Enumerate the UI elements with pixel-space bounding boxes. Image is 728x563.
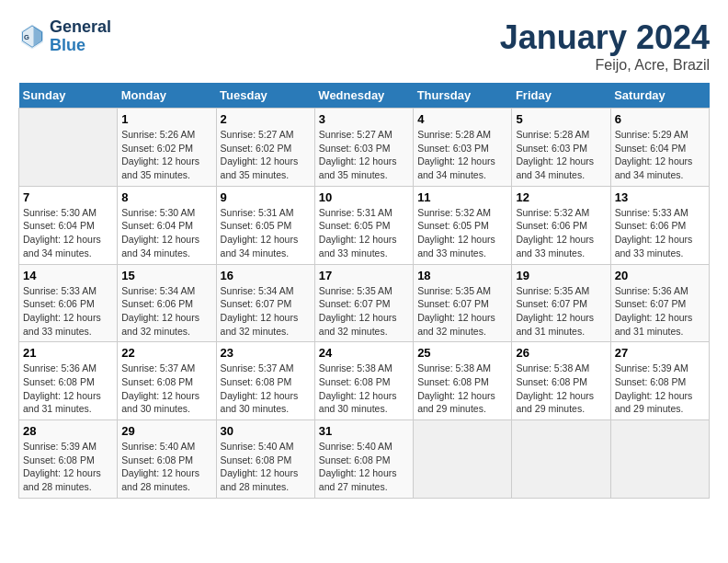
day-info: Sunrise: 5:37 AMSunset: 6:08 PMDaylight:…	[221, 362, 311, 416]
sunset-text: Sunset: 6:07 PM	[516, 298, 587, 309]
day-number: 6	[615, 112, 705, 126]
day-cell	[610, 420, 709, 499]
day-info: Sunrise: 5:33 AMSunset: 6:06 PMDaylight:…	[23, 284, 113, 339]
day-cell: 2Sunrise: 5:27 AMSunset: 6:02 PMDaylight…	[216, 109, 314, 187]
daylight-minutes-text: and 30 minutes.	[319, 403, 388, 414]
day-number: 14	[23, 269, 113, 282]
sunrise-text: Sunrise: 5:26 AM	[121, 129, 195, 140]
sunrise-text: Sunrise: 5:27 AM	[221, 129, 294, 140]
sunrise-text: Sunrise: 5:40 AM	[319, 441, 392, 452]
day-cell: 5Sunrise: 5:28 AMSunset: 6:03 PMDaylight…	[512, 109, 610, 187]
sunset-text: Sunset: 6:06 PM	[121, 298, 193, 309]
daylight-text: Daylight: 12 hours	[615, 155, 693, 167]
day-number: 12	[516, 190, 606, 204]
day-info: Sunrise: 5:38 AMSunset: 6:08 PMDaylight:…	[516, 362, 606, 416]
day-info: Sunrise: 5:38 AMSunset: 6:08 PMDaylight:…	[319, 362, 409, 416]
sunset-text: Sunset: 6:07 PM	[221, 298, 292, 309]
day-cell: 10Sunrise: 5:31 AMSunset: 6:05 PMDayligh…	[314, 186, 413, 264]
daylight-text: Daylight: 12 hours	[615, 390, 693, 401]
day-number: 5	[516, 112, 606, 126]
day-cell: 29Sunrise: 5:40 AMSunset: 6:08 PMDayligh…	[118, 420, 216, 499]
day-number: 7	[23, 190, 113, 204]
sunrise-text: Sunrise: 5:31 AM	[221, 207, 294, 218]
day-cell: 7Sunrise: 5:30 AMSunset: 6:04 PMDaylight…	[19, 186, 118, 264]
daylight-text: Daylight: 12 hours	[417, 312, 495, 323]
daylight-minutes-text: and 32 minutes.	[121, 326, 190, 337]
sunrise-text: Sunrise: 5:28 AM	[417, 129, 491, 140]
day-number: 17	[319, 269, 409, 282]
day-number: 3	[319, 112, 409, 126]
daylight-minutes-text: and 32 minutes.	[417, 326, 486, 337]
daylight-minutes-text: and 29 minutes.	[417, 403, 486, 414]
day-cell: 13Sunrise: 5:33 AMSunset: 6:06 PMDayligh…	[610, 186, 709, 264]
sunrise-text: Sunrise: 5:40 AM	[221, 441, 294, 452]
sunset-text: Sunset: 6:08 PM	[121, 376, 193, 387]
day-number: 11	[417, 190, 507, 204]
day-cell: 16Sunrise: 5:34 AMSunset: 6:07 PMDayligh…	[216, 264, 314, 342]
sunset-text: Sunset: 6:07 PM	[319, 298, 391, 309]
daylight-text: Daylight: 12 hours	[417, 234, 495, 245]
sunrise-text: Sunrise: 5:38 AM	[417, 362, 491, 373]
sunset-text: Sunset: 6:08 PM	[121, 454, 193, 465]
day-info: Sunrise: 5:34 AMSunset: 6:06 PMDaylight:…	[121, 284, 211, 339]
day-cell: 15Sunrise: 5:34 AMSunset: 6:06 PMDayligh…	[118, 264, 216, 342]
day-cell: 12Sunrise: 5:32 AMSunset: 6:06 PMDayligh…	[512, 186, 610, 264]
daylight-minutes-text: and 31 minutes.	[23, 403, 92, 414]
title-block: January 2024 Feijo, Acre, Brazil	[500, 18, 710, 74]
daylight-text: Daylight: 12 hours	[121, 312, 199, 323]
day-info: Sunrise: 5:28 AMSunset: 6:03 PMDaylight:…	[516, 128, 606, 182]
calendar-header-row: SundayMondayTuesdayWednesdayThursdayFrid…	[19, 83, 710, 109]
day-info: Sunrise: 5:30 AMSunset: 6:04 PMDaylight:…	[121, 206, 211, 260]
daylight-minutes-text: and 34 minutes.	[121, 247, 190, 259]
sunset-text: Sunset: 6:05 PM	[221, 220, 292, 231]
day-info: Sunrise: 5:31 AMSunset: 6:05 PMDaylight:…	[221, 206, 311, 260]
daylight-minutes-text: and 29 minutes.	[516, 403, 585, 414]
daylight-minutes-text: and 35 minutes.	[221, 169, 290, 180]
daylight-minutes-text: and 32 minutes.	[221, 326, 290, 337]
sunset-text: Sunset: 6:04 PM	[23, 220, 95, 231]
column-header-sunday: Sunday	[19, 83, 118, 109]
sunset-text: Sunset: 6:08 PM	[417, 376, 489, 387]
sunset-text: Sunset: 6:08 PM	[319, 376, 391, 387]
day-cell	[19, 109, 118, 187]
sunrise-text: Sunrise: 5:34 AM	[121, 285, 195, 296]
daylight-text: Daylight: 12 hours	[417, 390, 495, 401]
day-cell: 22Sunrise: 5:37 AMSunset: 6:08 PMDayligh…	[118, 342, 216, 420]
day-number: 21	[23, 346, 113, 360]
day-number: 19	[516, 269, 606, 282]
day-info: Sunrise: 5:39 AMSunset: 6:08 PMDaylight:…	[23, 440, 113, 494]
day-number: 16	[221, 269, 311, 282]
sunrise-text: Sunrise: 5:38 AM	[516, 362, 589, 373]
daylight-text: Daylight: 12 hours	[516, 390, 594, 401]
day-number: 28	[23, 424, 113, 438]
sunset-text: Sunset: 6:08 PM	[23, 376, 95, 387]
column-header-wednesday: Wednesday	[314, 83, 413, 109]
sunrise-text: Sunrise: 5:31 AM	[319, 207, 392, 218]
day-number: 29	[121, 424, 211, 438]
day-number: 2	[221, 112, 311, 126]
daylight-minutes-text: and 34 minutes.	[516, 169, 585, 180]
daylight-minutes-text: and 33 minutes.	[615, 247, 684, 259]
day-info: Sunrise: 5:37 AMSunset: 6:08 PMDaylight:…	[121, 362, 211, 416]
week-row-1: 1Sunrise: 5:26 AMSunset: 6:02 PMDaylight…	[19, 109, 710, 187]
daylight-minutes-text: and 33 minutes.	[319, 247, 388, 259]
sunset-text: Sunset: 6:07 PM	[615, 298, 687, 309]
day-cell: 21Sunrise: 5:36 AMSunset: 6:08 PMDayligh…	[19, 342, 118, 420]
sunrise-text: Sunrise: 5:35 AM	[516, 285, 589, 296]
day-info: Sunrise: 5:29 AMSunset: 6:04 PMDaylight:…	[615, 128, 705, 182]
day-number: 1	[121, 112, 211, 126]
day-number: 8	[121, 190, 211, 204]
sunset-text: Sunset: 6:06 PM	[615, 220, 687, 231]
daylight-text: Daylight: 12 hours	[121, 155, 199, 167]
day-cell: 9Sunrise: 5:31 AMSunset: 6:05 PMDaylight…	[216, 186, 314, 264]
day-number: 18	[417, 269, 507, 282]
daylight-minutes-text: and 32 minutes.	[319, 326, 388, 337]
sunset-text: Sunset: 6:08 PM	[319, 454, 391, 465]
daylight-minutes-text: and 30 minutes.	[121, 403, 190, 414]
sunset-text: Sunset: 6:06 PM	[516, 220, 587, 231]
sunrise-text: Sunrise: 5:40 AM	[121, 441, 195, 452]
day-number: 30	[221, 424, 311, 438]
day-info: Sunrise: 5:31 AMSunset: 6:05 PMDaylight:…	[319, 206, 409, 260]
sunrise-text: Sunrise: 5:33 AM	[23, 285, 97, 296]
day-info: Sunrise: 5:26 AMSunset: 6:02 PMDaylight:…	[121, 128, 211, 182]
